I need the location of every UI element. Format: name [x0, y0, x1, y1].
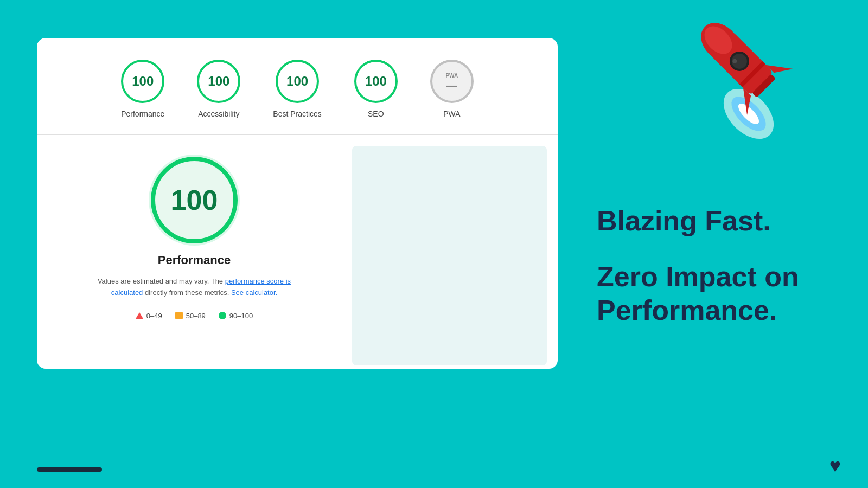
score-label-best-practices: Best Practices [273, 110, 321, 118]
rocket-illustration [684, 0, 803, 141]
large-score-circle: 100 [151, 157, 238, 243]
left-panel: 100 Performance Values are estimated and… [37, 135, 352, 369]
red-triangle-icon [136, 312, 143, 319]
legend-item-red: 0–49 [136, 312, 162, 320]
legend-range-green: 90–100 [229, 312, 253, 320]
pwa-inner: PWA — [445, 73, 458, 91]
scores-row: 100 Performance 100 Accessibility 100 Be… [37, 38, 558, 135]
chart-panel [352, 146, 547, 365]
zero-impact-line1: Zero Impact on [597, 261, 799, 292]
description-middle: directly from these metrics. [143, 288, 231, 297]
heart-icon: ♥ [829, 454, 841, 477]
score-label-seo: SEO [368, 110, 384, 118]
zero-impact-line2: Performance. [597, 294, 777, 326]
large-score-label: Performance [158, 253, 231, 267]
legend-item-orange: 50–89 [175, 312, 206, 320]
score-item-seo: 100 SEO [354, 60, 398, 118]
score-circle-accessibility: 100 [197, 60, 240, 103]
score-label-performance: Performance [121, 110, 164, 118]
pwa-text: PWA [445, 73, 458, 79]
score-item-best-practices: 100 Best Practices [273, 60, 321, 118]
description-intro: Values are estimated and may vary. The [98, 277, 225, 285]
large-score-value: 100 [171, 184, 218, 216]
legend: 0–49 50–89 90–100 [136, 312, 253, 320]
score-label-accessibility: Accessibility [198, 110, 239, 118]
bottom-section: 100 Performance Values are estimated and… [37, 135, 558, 369]
score-circle-performance: 100 [121, 60, 164, 103]
legend-item-green: 90–100 [219, 312, 253, 320]
legend-range-orange: 50–89 [186, 312, 206, 320]
rocket-svg [684, 0, 803, 141]
blazing-fast-text: Blazing Fast. [597, 204, 835, 237]
description-text: Values are estimated and may vary. The p… [86, 276, 303, 299]
orange-square-icon [175, 312, 183, 319]
score-circle-seo: 100 [354, 60, 398, 103]
score-value-seo: 100 [365, 74, 387, 89]
score-item-accessibility: 100 Accessibility [197, 60, 240, 118]
bottom-progress-bar [37, 467, 102, 472]
lighthouse-card: 100 Performance 100 Accessibility 100 Be… [37, 38, 558, 369]
score-label-pwa: PWA [443, 110, 460, 118]
pwa-dash: — [446, 80, 457, 91]
score-value-best-practices: 100 [286, 74, 308, 89]
score-value-performance: 100 [132, 74, 154, 89]
score-item-pwa: PWA — PWA [430, 60, 474, 118]
score-value-accessibility: 100 [208, 74, 229, 89]
score-item-performance: 100 Performance [121, 60, 164, 118]
zero-impact-text: Zero Impact on Performance. [597, 260, 835, 328]
score-circle-pwa: PWA — [430, 60, 474, 103]
calculator-link[interactable]: See calculator. [231, 288, 277, 297]
score-circle-best-practices: 100 [276, 60, 319, 103]
green-dot-icon [219, 312, 226, 319]
legend-range-red: 0–49 [146, 312, 162, 320]
